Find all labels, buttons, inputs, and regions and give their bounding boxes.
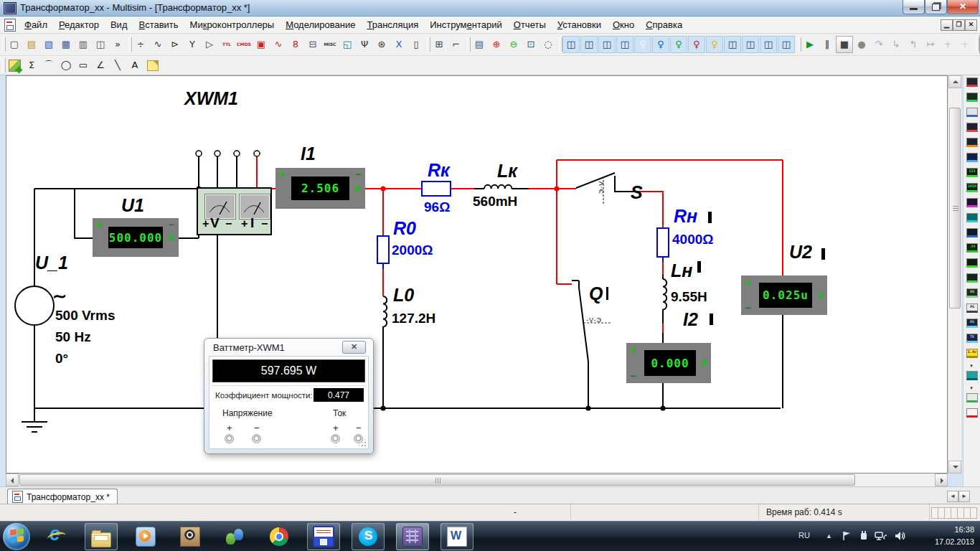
agilent-function-generator-button[interactable]: AG	[964, 287, 980, 301]
ellipse-tool-button[interactable]: ◯	[57, 57, 75, 74]
zoom-area-button[interactable]: ⊡	[522, 36, 540, 53]
probe-box-1-button[interactable]: ◫	[562, 36, 580, 53]
advanced-peripherals-group-button[interactable]: ◱	[339, 36, 356, 53]
volume-icon[interactable]	[894, 530, 906, 545]
mdi-close-button[interactable]: ✕	[965, 19, 977, 31]
taskbar-media-player[interactable]	[129, 523, 162, 550]
probe-green-button[interactable]: ♀	[670, 36, 687, 53]
mdi-minimize-button[interactable]: ▁	[941, 19, 953, 31]
indicators-group-button[interactable]: 8	[287, 36, 304, 53]
taskbar-messenger[interactable]	[218, 523, 251, 550]
menu-insert[interactable]: Вставить	[133, 17, 184, 33]
pan-lock-button[interactable]: +	[956, 36, 974, 53]
step-over-button[interactable]: ↷	[870, 36, 887, 53]
zoom-out-button[interactable]: ⊖	[505, 36, 522, 53]
taskbar-skype[interactable]	[352, 523, 385, 550]
probe-box-5-button[interactable]: ◫	[724, 36, 741, 53]
open-samples-button[interactable]: ▧	[40, 36, 57, 53]
logic-converter-button[interactable]	[964, 212, 980, 226]
step-out-button[interactable]: ↰	[905, 36, 922, 53]
oscilloscope-button[interactable]	[964, 121, 980, 136]
print-button[interactable]: ▥	[75, 36, 92, 53]
word-generator-button[interactable]: 1010	[964, 182, 980, 196]
distortion-analyzer-button[interactable]: .04	[964, 242, 980, 256]
clock[interactable]: 16:38 17.02.2013	[935, 524, 974, 548]
current-probe-button[interactable]	[964, 407, 980, 421]
tektronix-oscilloscope-button[interactable]: TK	[964, 332, 980, 347]
logic-analyzer-button[interactable]	[964, 197, 980, 211]
taskbar-save-app[interactable]	[307, 523, 340, 550]
save-button[interactable]: ▦	[57, 36, 75, 53]
horizontal-scroll-thumb[interactable]	[19, 474, 855, 486]
ni-components-group-button[interactable]: X	[390, 36, 407, 53]
agilent-oscilloscope-button[interactable]: AG	[964, 317, 980, 331]
action-center-flag-icon[interactable]	[841, 530, 852, 545]
scroll-down-button[interactable]	[948, 461, 961, 474]
menu-simulate[interactable]: Моделирование	[280, 17, 361, 33]
menu-help[interactable]: Справка	[640, 17, 688, 33]
tab-transformator-xx[interactable]: Трансформатор_хх *	[7, 489, 118, 504]
agilent-multimeter-button[interactable]: AG	[964, 302, 980, 316]
multimeter-button[interactable]	[964, 76, 980, 90]
vertical-scrollbar[interactable]	[948, 75, 961, 474]
u1-voltmeter[interactable]: 500.000+−V	[93, 218, 179, 257]
menu-tools[interactable]: Инструментарий	[424, 17, 508, 33]
close-button[interactable]: ✕	[947, 0, 979, 14]
toolbar-overflow-button[interactable]: »	[109, 36, 126, 53]
measurement-probe-button[interactable]: 1.4v	[964, 347, 980, 362]
new-button[interactable]: ▢	[6, 36, 23, 53]
comment-tool-button[interactable]	[143, 57, 161, 74]
scroll-up-button[interactable]	[948, 75, 961, 88]
language-indicator[interactable]: RU	[798, 531, 810, 540]
vertical-scroll-thumb[interactable]	[949, 108, 961, 309]
menu-mcu[interactable]: Микроконтроллеры	[184, 17, 281, 33]
power-plug-icon[interactable]	[858, 530, 870, 545]
probe-dropdown-arrow[interactable]: ▾	[963, 362, 979, 369]
bode-plotter-button[interactable]	[964, 151, 980, 166]
taskbar-games[interactable]	[174, 523, 207, 550]
sources-group-button[interactable]: ÷	[132, 36, 149, 53]
dialog-close-button[interactable]: ✕	[342, 341, 366, 354]
i1-ammeter[interactable]: 2.506+−A	[275, 168, 365, 209]
scroll-left-button[interactable]	[6, 474, 19, 486]
title-bar[interactable]: Трансформатор_хх - Multisim - [Трансформ…	[0, 0, 980, 17]
design-toolbox-button[interactable]: ▤	[471, 36, 488, 53]
dialog-resize-grip[interactable]	[359, 439, 366, 446]
wattmeter-button[interactable]	[964, 106, 980, 121]
run-to-cursor-button[interactable]: ↦	[922, 36, 939, 53]
arc-tool-button[interactable]: ⌒	[40, 57, 57, 74]
minimize-button[interactable]	[903, 0, 925, 14]
menu-options[interactable]: Установки	[552, 17, 607, 33]
function-generator-button[interactable]	[964, 91, 980, 105]
menu-file[interactable]: Файл	[19, 17, 53, 33]
electromechanical-group-button[interactable]: ⊛	[373, 36, 390, 53]
taskbar-chrome[interactable]	[263, 523, 296, 550]
hierarchical-block-button[interactable]: ⊞	[430, 36, 448, 53]
misc-group-button[interactable]: MISC	[321, 36, 339, 53]
zoom-fit-button[interactable]: ◌	[540, 36, 557, 53]
probe-blue-button[interactable]: ♀	[652, 36, 669, 53]
frequency-counter-button[interactable]: 123	[964, 166, 980, 181]
four-channel-oscilloscope-button[interactable]	[964, 136, 980, 151]
start-button[interactable]	[3, 523, 30, 550]
taskbar-explorer[interactable]	[85, 523, 118, 550]
taskbar-word[interactable]	[440, 523, 473, 550]
schematic-canvas[interactable]: + V − + I − XWM1I1U1U_1∼500 Vrms50 Hz0°R…	[6, 75, 948, 474]
bus-button[interactable]: ⌐	[448, 36, 465, 53]
voltage-minus-terminal[interactable]	[252, 434, 261, 443]
probe-white-button[interactable]: ♀	[634, 36, 651, 53]
mixed-group-button[interactable]: ∿	[270, 36, 287, 53]
network-icon[interactable]	[875, 530, 887, 545]
menu-transfer[interactable]: Трансляция	[361, 17, 424, 33]
menu-edit[interactable]: Редактор	[53, 17, 105, 33]
wattmeter-dialog[interactable]: Ваттметр-XWM1 ✕ 597.695 W Коэффициент мо…	[204, 338, 374, 454]
open-button[interactable]: ▤	[23, 36, 40, 53]
restore-button[interactable]	[925, 0, 947, 14]
taskbar-multisim[interactable]	[396, 523, 429, 550]
network-analyzer-button[interactable]	[964, 272, 980, 286]
ttl-group-button[interactable]: TTL	[218, 36, 235, 53]
probe-box-8-button[interactable]: ◫	[778, 36, 795, 53]
tray-expand-icon[interactable]: ▲	[826, 532, 832, 540]
misc-digital-group-button[interactable]: ▣	[253, 36, 270, 53]
ni-elvis-button[interactable]	[964, 392, 980, 406]
